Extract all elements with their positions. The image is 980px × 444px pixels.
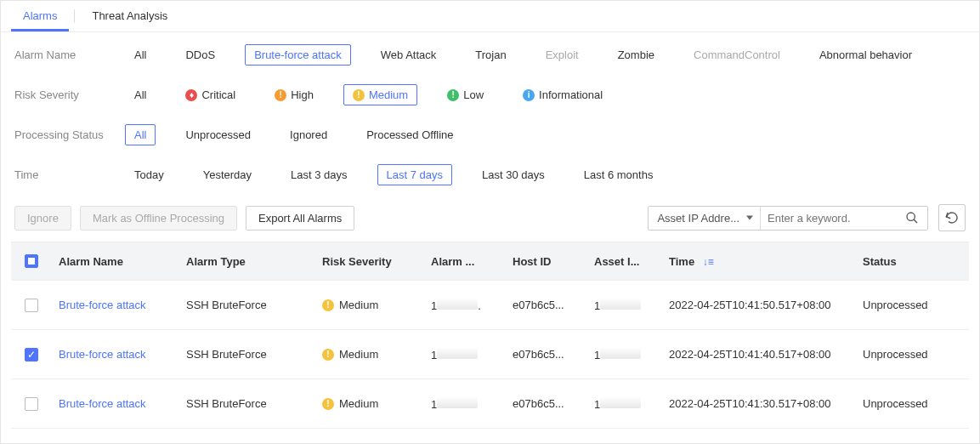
opt-time-3d[interactable]: Last 3 days: [281, 164, 357, 185]
search-input[interactable]: [761, 207, 897, 230]
refresh-button[interactable]: [938, 204, 966, 231]
cell-alarm-name: Brute-force attack: [52, 380, 179, 427]
opt-status-offline[interactable]: Processed Offline: [357, 124, 462, 145]
mark-offline-button[interactable]: Mark as Offline Processing: [80, 206, 237, 231]
cell-risk-severity: ! Medium: [315, 282, 424, 328]
cell-host-id: e07b6c5...: [506, 331, 587, 378]
opt-time-today[interactable]: Today: [125, 164, 173, 185]
search-field-select[interactable]: Asset IP Addre...: [649, 207, 761, 230]
alarm-prefix: 1: [431, 299, 437, 312]
table-row: Brute-force attack SSH BruteForce ! Medi…: [11, 379, 969, 429]
medium-icon: !: [322, 349, 334, 361]
low-icon: !: [447, 89, 459, 101]
opt-alarm-ddos[interactable]: DDoS: [176, 44, 224, 65]
filter-row-severity: Risk Severity All ♦ Critical ! High ! Me…: [14, 84, 966, 105]
filter-options-alarm-name: All DDoS Brute-force attack Web Attack T…: [125, 44, 921, 65]
opt-sev-critical-label: Critical: [201, 88, 235, 101]
opt-sev-low[interactable]: ! Low: [438, 84, 493, 105]
opt-time-30d[interactable]: Last 30 days: [473, 164, 554, 185]
cell-host-id: e07b6c5...: [506, 380, 587, 427]
medium-icon: !: [322, 398, 334, 410]
opt-alarm-exploit[interactable]: Exploit: [536, 44, 588, 65]
opt-sev-low-label: Low: [463, 88, 484, 101]
opt-status-unprocessed[interactable]: Unprocessed: [176, 124, 260, 145]
asset-prefix: 1: [594, 398, 600, 411]
cell-risk-severity: ! Medium: [315, 331, 424, 378]
opt-alarm-zombie[interactable]: Zombie: [609, 44, 664, 65]
medium-icon: !: [353, 89, 365, 101]
col-time-label: Time: [669, 255, 694, 268]
table-row: Brute-force attack SSH BruteForce ! Medi…: [11, 281, 969, 330]
alarm-name-link[interactable]: Brute-force attack: [59, 348, 146, 361]
col-alarm-type[interactable]: Alarm Type: [179, 243, 315, 280]
tab-alarms[interactable]: Alarms: [11, 1, 69, 31]
action-bar: Ignore Mark as Offline Processing Export…: [1, 204, 979, 242]
cell-alarm-trunc: 1.: [424, 281, 506, 329]
search-button[interactable]: [897, 207, 927, 230]
col-alarm-trunc[interactable]: Alarm ...: [424, 243, 506, 280]
opt-sev-info[interactable]: i Informational: [513, 84, 612, 105]
col-host-id[interactable]: Host ID: [506, 243, 587, 280]
cell-alarm-type: SSH BruteForce: [179, 282, 315, 328]
table-header: Alarm Name Alarm Type Risk Severity Alar…: [11, 242, 969, 281]
opt-status-ignored[interactable]: Ignored: [280, 124, 337, 145]
filter-label-status: Processing Status: [14, 128, 125, 141]
alarm-prefix: 1: [431, 398, 437, 411]
opt-alarm-cc[interactable]: CommandControl: [684, 44, 790, 65]
cell-alarm-trunc: 1: [424, 379, 506, 428]
opt-sev-medium-label: Medium: [369, 88, 408, 101]
col-time[interactable]: Time ↓≡: [662, 243, 856, 280]
row-checkbox[interactable]: [25, 397, 38, 411]
opt-sev-all[interactable]: All: [125, 84, 156, 105]
search-icon: [905, 211, 919, 225]
col-risk-severity[interactable]: Risk Severity: [315, 243, 424, 280]
opt-status-all[interactable]: All: [125, 124, 156, 145]
filter-options-severity: All ♦ Critical ! High ! Medium ! Low: [125, 84, 612, 105]
tab-divider: [74, 9, 75, 23]
chevron-down-icon: [746, 216, 753, 220]
opt-time-6m[interactable]: Last 6 months: [575, 164, 663, 185]
opt-sev-medium[interactable]: ! Medium: [343, 84, 417, 105]
export-button[interactable]: Export All Alarms: [246, 206, 354, 231]
opt-time-7d[interactable]: Last 7 days: [377, 164, 453, 185]
cell-alarm-type: SSH BruteForce: [179, 380, 315, 427]
col-checkbox: [11, 242, 52, 280]
opt-alarm-trojan[interactable]: Trojan: [466, 44, 515, 65]
row-checkbox-cell: [11, 380, 52, 428]
opt-time-yesterday[interactable]: Yesterday: [194, 164, 261, 185]
cell-alarm-name: Brute-force attack: [52, 282, 179, 328]
opt-sev-high-label: High: [291, 88, 314, 101]
col-status[interactable]: Status: [856, 243, 958, 280]
row-checkbox[interactable]: [25, 348, 38, 361]
opt-sev-high[interactable]: ! High: [265, 84, 323, 105]
ignore-button[interactable]: Ignore: [14, 206, 71, 231]
alarm-name-link[interactable]: Brute-force attack: [59, 299, 146, 311]
cell-alarm-trunc: 1: [424, 330, 506, 379]
cell-alarm-name: Brute-force attack: [52, 331, 179, 378]
severity-text: Medium: [339, 348, 378, 361]
cell-asset-ip: 1: [587, 281, 662, 329]
opt-alarm-abnormal[interactable]: Abnormal behavior: [810, 44, 921, 65]
cell-time: 2022-04-25T10:41:40.517+08:00: [662, 331, 856, 378]
alarm-name-link[interactable]: Brute-force attack: [59, 397, 146, 410]
opt-alarm-web[interactable]: Web Attack: [371, 44, 446, 65]
search-group: Asset IP Addre...: [648, 206, 928, 231]
row-checkbox[interactable]: [25, 299, 38, 312]
search-field-label: Asset IP Addre...: [657, 212, 739, 225]
col-asset-trunc[interactable]: Asset I...: [587, 243, 662, 280]
opt-alarm-bruteforce[interactable]: Brute-force attack: [245, 44, 351, 65]
alarm-suffix: .: [478, 299, 481, 312]
opt-sev-critical[interactable]: ♦ Critical: [176, 84, 245, 105]
redacted-block: [437, 347, 478, 359]
critical-icon: ♦: [185, 89, 197, 101]
cell-status: Unprocessed: [856, 331, 958, 378]
tab-threat-analysis[interactable]: Threat Analysis: [80, 1, 179, 31]
header-checkbox[interactable]: [25, 254, 38, 268]
opt-alarm-all[interactable]: All: [125, 44, 156, 65]
filter-label-alarm-name: Alarm Name: [14, 48, 125, 61]
col-alarm-name[interactable]: Alarm Name: [52, 243, 179, 280]
redacted-block: [437, 396, 478, 408]
asset-prefix: 1: [594, 349, 600, 361]
sort-icon: ↓≡: [703, 256, 714, 268]
page-root: Alarms Threat Analysis Alarm Name All DD…: [0, 0, 980, 444]
